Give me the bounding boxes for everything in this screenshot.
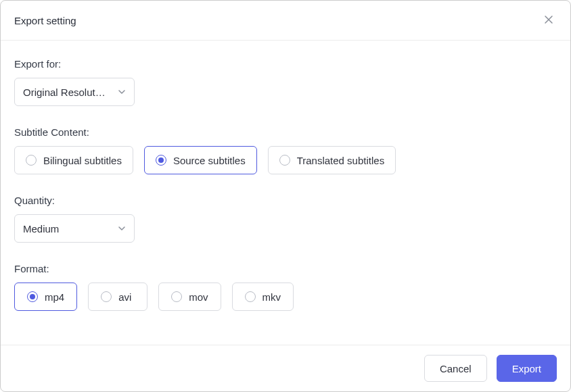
radio-subtitle-bilingual[interactable]: Bilingual subtitles xyxy=(14,146,133,174)
radio-label: mkv xyxy=(262,291,281,303)
field-subtitle-content: Subtitle Content: Bilingual subtitles So… xyxy=(14,126,557,174)
radio-format-mp4[interactable]: mp4 xyxy=(14,283,77,311)
radio-label: Translated subtitles xyxy=(297,155,385,166)
radio-subtitle-translated[interactable]: Translated subtitles xyxy=(268,146,396,174)
radio-subtitle-source[interactable]: Source subtitles xyxy=(144,146,257,174)
radio-format-mkv[interactable]: mkv xyxy=(232,283,294,311)
radio-group-format: mp4 avi mov mkv xyxy=(14,283,557,311)
field-format: Format: mp4 avi mov mkv xyxy=(14,263,557,311)
export-setting-dialog: Export setting Export for: Original Reso… xyxy=(0,0,571,392)
radio-label: avi xyxy=(118,291,131,303)
radio-format-avi[interactable]: avi xyxy=(88,283,147,311)
select-quantity-value: Medium xyxy=(23,223,59,235)
label-subtitle-content: Subtitle Content: xyxy=(14,126,557,138)
chevron-down-icon xyxy=(118,224,126,232)
select-export-for[interactable]: Original Resolut… xyxy=(14,78,135,106)
select-quantity[interactable]: Medium xyxy=(14,214,135,243)
radio-icon xyxy=(101,291,112,302)
radio-label: mov xyxy=(189,291,208,303)
radio-icon xyxy=(171,291,182,302)
field-quantity: Quantity: Medium xyxy=(14,195,557,243)
close-button[interactable] xyxy=(541,10,557,30)
radio-label: mp4 xyxy=(45,291,64,303)
dialog-body: Export for: Original Resolut… Subtitle C… xyxy=(1,41,570,345)
chevron-down-icon xyxy=(118,88,126,96)
radio-format-mov[interactable]: mov xyxy=(158,283,221,311)
label-format: Format: xyxy=(14,263,557,274)
label-quantity: Quantity: xyxy=(14,195,557,206)
radio-icon xyxy=(156,155,166,166)
field-export-for: Export for: Original Resolut… xyxy=(14,58,557,106)
dialog-header: Export setting xyxy=(1,1,570,41)
radio-icon xyxy=(26,155,37,166)
cancel-button[interactable]: Cancel xyxy=(424,355,487,382)
radio-group-subtitle-content: Bilingual subtitles Source subtitles Tra… xyxy=(14,146,557,174)
export-button[interactable]: Export xyxy=(497,355,557,382)
dialog-footer: Cancel Export xyxy=(1,345,570,391)
select-export-for-value: Original Resolut… xyxy=(23,87,106,98)
dialog-title: Export setting xyxy=(14,15,76,26)
close-icon xyxy=(543,11,554,28)
label-export-for: Export for: xyxy=(14,58,557,70)
radio-label: Bilingual subtitles xyxy=(43,155,122,166)
radio-icon xyxy=(279,155,290,166)
radio-icon xyxy=(245,291,256,302)
radio-label: Source subtitles xyxy=(173,155,246,166)
radio-icon xyxy=(27,291,38,302)
